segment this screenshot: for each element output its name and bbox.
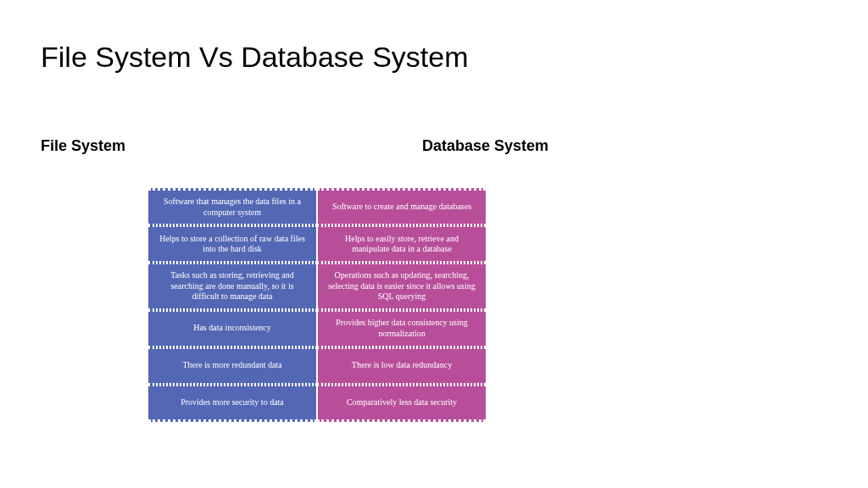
slide-title: File System Vs Database System <box>41 41 469 74</box>
subheading-database-system: Database System <box>422 137 548 155</box>
comparison-table: Software that manages the data files in … <box>148 188 486 422</box>
column-file-system: Software that manages the data files in … <box>148 188 317 422</box>
table-cell: Software that manages the data files in … <box>148 188 317 225</box>
table-cell: Helps to store a collection of raw data … <box>148 225 317 263</box>
table-cell: Provides more security to data <box>148 385 317 422</box>
table-cell: Software to create and manage databases <box>317 188 486 225</box>
table-cell: Provides higher data consistency using n… <box>317 310 486 347</box>
table-cell: There is low data redundancy <box>317 347 486 385</box>
table-cell: Operations such as updating, searching, … <box>317 263 486 310</box>
subheadings-row: File System Database System <box>41 137 548 155</box>
column-database-system: Software to create and manage databases … <box>317 188 486 422</box>
table-cell: There is more redundant data <box>148 347 317 385</box>
subheading-file-system: File System <box>41 137 422 155</box>
table-cell: Has data inconsistency <box>148 310 317 347</box>
table-cell: Comparatively less data security <box>317 385 486 422</box>
table-cell: Tasks such as storing, retrieving and se… <box>148 263 317 310</box>
table-cell: Helps to easily store, retrieve and mani… <box>317 225 486 263</box>
